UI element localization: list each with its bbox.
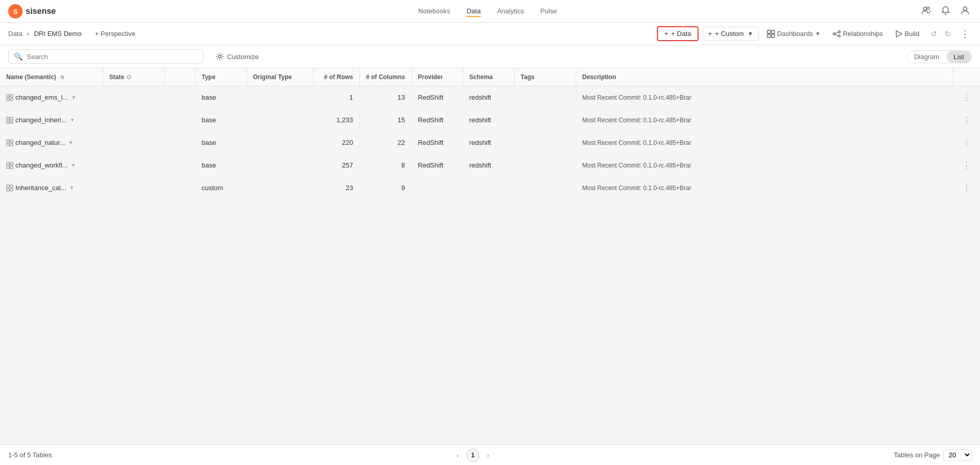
- svg-rect-29: [10, 162, 13, 165]
- nav-icon-users[interactable]: [919, 4, 933, 19]
- page-number-1[interactable]: 1: [466, 449, 480, 462]
- cell-description-1: Most Recent Commit: 0.1.0-rc.485+Brar: [576, 109, 953, 132]
- cell-description-3: Most Recent Commit: 0.1.0-rc.485+Brar: [576, 154, 953, 177]
- cell-rows-4: 23: [313, 177, 360, 199]
- cell-schema-0: redshift: [463, 86, 514, 109]
- nav-icon-notifications[interactable]: [939, 4, 952, 19]
- relationships-icon: [833, 30, 841, 38]
- sisense-logo: S sisense: [8, 4, 56, 18]
- cell-original-type-3: [247, 154, 313, 177]
- logo-text: sisense: [26, 7, 56, 16]
- cell-original-type-2: [247, 132, 313, 154]
- svg-point-9: [833, 33, 835, 35]
- cell-name-text: changed_workfl...: [15, 161, 68, 169]
- svg-rect-31: [10, 166, 13, 169]
- relationships-label: Relationships: [843, 30, 883, 38]
- cell-provider-0: RedShift: [411, 86, 463, 109]
- cell-columns-3: 8: [360, 154, 411, 177]
- top-nav: S sisense Notebooks Data Analytics Pulse: [0, 0, 980, 23]
- row-expand-button[interactable]: ▾: [70, 161, 77, 170]
- th-provider-label: Provider: [418, 73, 443, 81]
- cell-actions-0: ⋮: [953, 86, 981, 109]
- table-row: changed_natur... ▾ base 220 22 RedShift …: [0, 132, 980, 154]
- row-more-button[interactable]: ⋮: [959, 91, 974, 103]
- svg-rect-25: [10, 140, 13, 142]
- next-page-button[interactable]: ›: [484, 450, 493, 460]
- undo-button[interactable]: ↺: [928, 27, 940, 41]
- breadcrumb-separator: »: [26, 30, 30, 38]
- relationships-button[interactable]: Relationships: [828, 27, 887, 41]
- th-original-type-label: Original Type: [253, 73, 292, 81]
- th-name-sort-icon[interactable]: ⇅: [60, 75, 64, 80]
- cell-type-0: base: [195, 86, 247, 109]
- svg-point-11: [838, 35, 840, 37]
- breadcrumb-dri-ems-demo[interactable]: DRI EMS Demo: [34, 30, 81, 38]
- add-custom-label: + Custom: [715, 30, 744, 38]
- th-state-link-icon: ⊙: [126, 73, 131, 81]
- nav-notebooks[interactable]: Notebooks: [418, 5, 450, 17]
- cell-rows-2: 220: [313, 132, 360, 154]
- row-expand-button[interactable]: ▾: [69, 116, 76, 124]
- cell-type-icon-0: [164, 86, 195, 109]
- view-diagram-button[interactable]: Diagram: [907, 51, 947, 63]
- customize-button[interactable]: Customize: [212, 50, 262, 63]
- dashboards-button[interactable]: Dashboards ▼: [763, 27, 824, 41]
- page-size-control: Tables on Page 20 50 100: [894, 449, 972, 461]
- cell-name-1: changed_inheri... ▾: [0, 109, 103, 132]
- nav-pulse[interactable]: Pulse: [540, 5, 557, 17]
- dashboards-label: Dashboards: [777, 30, 813, 38]
- add-perspective-button[interactable]: + Perspective: [90, 27, 141, 40]
- cell-name-text: changed_inheri...: [15, 116, 67, 124]
- svg-rect-26: [7, 143, 9, 146]
- row-expand-button[interactable]: ▾: [68, 183, 76, 192]
- cell-rows-0: 1: [313, 86, 360, 109]
- view-list-button[interactable]: List: [947, 51, 971, 63]
- cell-tags-4: [514, 177, 576, 199]
- add-custom-button[interactable]: + + Custom ▼: [703, 27, 759, 41]
- cell-state-1: [103, 109, 164, 132]
- build-button[interactable]: Build: [891, 27, 924, 40]
- redo-button[interactable]: ↻: [941, 27, 954, 41]
- cell-original-type-4: [247, 177, 313, 199]
- row-expand-button[interactable]: ▾: [70, 93, 78, 102]
- pagination: ‹ 1 ›: [454, 449, 492, 462]
- nav-data[interactable]: Data: [466, 5, 480, 17]
- add-data-button[interactable]: + + Data: [657, 26, 698, 41]
- cell-description-4: Most Recent Commit: 0.1.0-rc.485+Brar: [576, 177, 953, 199]
- cell-schema-2: redshift: [463, 132, 514, 154]
- cell-name-4: Inheritance_cal... ▾: [0, 177, 103, 199]
- add-custom-chevron-icon: ▼: [748, 31, 753, 36]
- prev-page-button[interactable]: ‹: [454, 450, 462, 460]
- table-grid-icon: [6, 184, 13, 192]
- cell-description-0: Most Recent Commit: 0.1.0-rc.485+Brar: [576, 86, 953, 109]
- row-more-button[interactable]: ⋮: [959, 159, 974, 171]
- breadcrumb-bar: Data » DRI EMS Demo + Perspective + + Da…: [0, 23, 980, 45]
- th-state-label: State: [109, 73, 124, 81]
- row-more-button[interactable]: ⋮: [959, 114, 974, 126]
- svg-rect-16: [7, 95, 9, 97]
- cell-description-2: Most Recent Commit: 0.1.0-rc.485+Brar: [576, 132, 953, 154]
- row-expand-button[interactable]: ▾: [67, 138, 74, 147]
- row-more-button[interactable]: ⋮: [959, 182, 974, 194]
- cell-tags-3: [514, 154, 576, 177]
- toolbar: 🔍 Customize Diagram List: [0, 45, 980, 68]
- cell-name-text: changed_natur...: [15, 139, 65, 146]
- svg-rect-35: [10, 189, 13, 191]
- dashboards-icon: [767, 30, 775, 38]
- more-options-button[interactable]: ⋮: [958, 26, 972, 42]
- search-icon: 🔍: [14, 52, 23, 61]
- nav-analytics[interactable]: Analytics: [497, 5, 524, 17]
- page-size-select[interactable]: 20 50 100: [943, 449, 972, 461]
- svg-rect-30: [7, 166, 9, 169]
- th-tags: Tags: [514, 68, 576, 86]
- row-more-button[interactable]: ⋮: [959, 137, 974, 148]
- search-input[interactable]: [27, 53, 198, 61]
- table-row: changed_workfl... ▾ base 257 8 RedShift …: [0, 154, 980, 177]
- th-name-label: Name (Semantic): [6, 73, 56, 81]
- th-schema-label: Schema: [469, 73, 493, 81]
- build-play-icon: [895, 30, 902, 38]
- breadcrumb-data[interactable]: Data: [8, 30, 22, 38]
- cell-schema-3: redshift: [463, 154, 514, 177]
- nav-icon-profile[interactable]: [958, 4, 972, 19]
- cell-columns-2: 22: [360, 132, 411, 154]
